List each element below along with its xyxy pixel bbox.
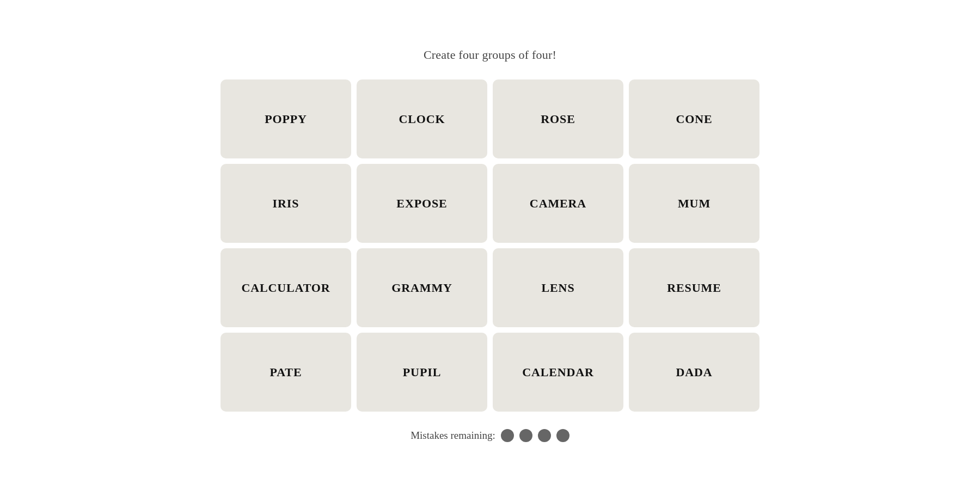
tile-resume[interactable]: RESUME — [629, 248, 759, 327]
tile-rose[interactable]: ROSE — [493, 79, 623, 158]
tile-calculator[interactable]: CALCULATOR — [220, 248, 351, 327]
tile-mum[interactable]: MUM — [629, 164, 759, 243]
tile-label-poppy: POPPY — [265, 112, 307, 126]
mistake-dot-3 — [538, 429, 551, 442]
tile-clock[interactable]: CLOCK — [357, 79, 487, 158]
tile-expose[interactable]: EXPOSE — [357, 164, 487, 243]
tile-camera[interactable]: CAMERA — [493, 164, 623, 243]
tile-pate[interactable]: PATE — [220, 333, 351, 412]
tile-grammy[interactable]: GRAMMY — [357, 248, 487, 327]
tile-label-expose: EXPOSE — [396, 197, 447, 211]
tile-dada[interactable]: DADA — [629, 333, 759, 412]
tile-cone[interactable]: CONE — [629, 79, 759, 158]
tile-label-rose: ROSE — [541, 112, 575, 126]
tile-calendar[interactable]: CALENDAR — [493, 333, 623, 412]
word-grid: POPPYCLOCKROSECONEIRISEXPOSECAMERAMUMCAL… — [220, 79, 759, 412]
tile-label-clock: CLOCK — [399, 112, 445, 126]
tile-pupil[interactable]: PUPIL — [357, 333, 487, 412]
tile-label-resume: RESUME — [667, 281, 721, 295]
tile-label-cone: CONE — [676, 112, 712, 126]
tile-label-mum: MUM — [678, 197, 710, 211]
tile-iris[interactable]: IRIS — [220, 164, 351, 243]
mistake-dot-1 — [501, 429, 514, 442]
tile-label-iris: IRIS — [273, 197, 299, 211]
tile-label-lens: LENS — [542, 281, 575, 295]
tile-label-grammy: GRAMMY — [391, 281, 452, 295]
tile-lens[interactable]: LENS — [493, 248, 623, 327]
tile-label-calculator: CALCULATOR — [241, 281, 330, 295]
mistake-dot-4 — [556, 429, 569, 442]
mistakes-row: Mistakes remaining: — [411, 429, 569, 442]
game-subtitle: Create four groups of four! — [424, 48, 556, 62]
tile-label-pupil: PUPIL — [403, 365, 441, 379]
tile-poppy[interactable]: POPPY — [220, 79, 351, 158]
tile-label-dada: DADA — [676, 365, 712, 379]
tile-label-calendar: CALENDAR — [522, 365, 594, 379]
tile-label-camera: CAMERA — [530, 197, 586, 211]
mistake-dot-2 — [519, 429, 532, 442]
tile-label-pate: PATE — [270, 365, 302, 379]
mistakes-label: Mistakes remaining: — [411, 430, 495, 442]
mistakes-dots — [501, 429, 569, 442]
